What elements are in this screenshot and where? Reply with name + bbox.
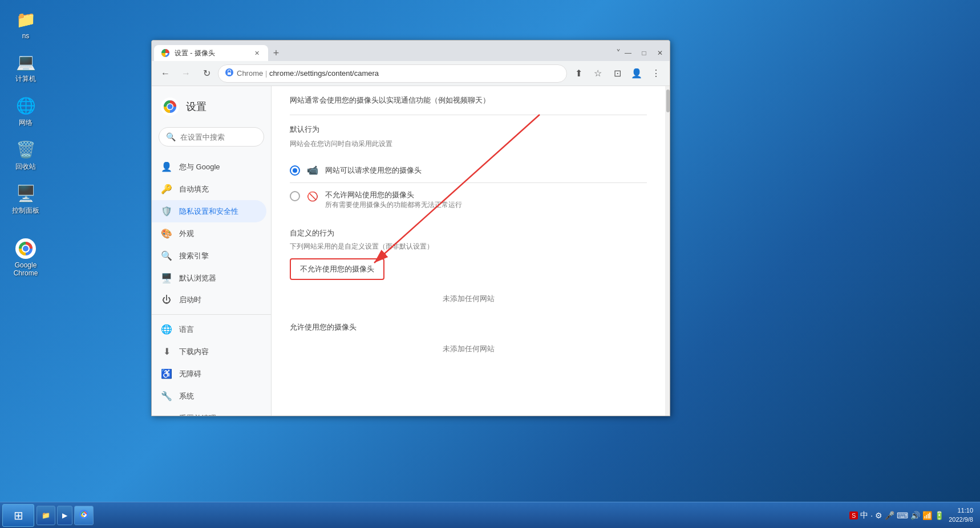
ns-label: ns (22, 32, 30, 40)
back-button[interactable]: ← (156, 64, 175, 83)
sidebar-item-autofill[interactable]: 🔑 自动填充 (152, 178, 266, 200)
settings-search-input[interactable] (180, 133, 272, 141)
sidebar-item-google[interactable]: 👤 您与 Google (152, 156, 266, 178)
sidebar-item-search[interactable]: 🔍 搜索引擎 (152, 245, 266, 267)
desktop: 📁 ns 💻 计算机 🌐 网络 🗑️ 回收站 🖥️ 控制面板 (0, 0, 980, 528)
recycle-icon: 🗑️ (14, 138, 37, 161)
address-bar[interactable]: Chrome | chrome://settings/content/camer… (218, 64, 567, 83)
settings-search-bar[interactable]: 🔍 (159, 127, 264, 147)
sidebar-label-accessibility: 无障碍 (179, 369, 201, 379)
language-icon: 🌐 (161, 324, 172, 335)
google-account-icon: 👤 (161, 161, 172, 172)
taskbar-item-media[interactable]: ▶ (57, 506, 72, 525)
chrome-tab[interactable]: 设置 - 摄像头 ✕ (154, 45, 268, 61)
sidebar-item-accessibility[interactable]: ♿ 无障碍 (152, 363, 266, 385)
tab-dropdown-button[interactable]: ˅ (616, 48, 621, 61)
default-behavior-title: 默认行为 (290, 124, 647, 135)
accessibility-icon: ♿ (161, 368, 172, 379)
sidebar-divider-1 (152, 314, 271, 315)
sidebar-item-downloads[interactable]: ⬇ 下载内容 (152, 340, 266, 363)
svg-point-3 (23, 246, 29, 251)
media-taskbar-icon: ▶ (62, 511, 67, 519)
taskbar-clock: 11:10 2022/9/8 (949, 506, 973, 524)
desktop-icon-recycle[interactable]: 🗑️ 回收站 (6, 136, 46, 174)
blocked-no-sites-text: 未添加任何网站 (290, 287, 647, 311)
taskbar-items: 📁 ▶ (37, 506, 845, 525)
right-scrollbar[interactable] (665, 86, 670, 416)
new-tab-button[interactable]: + (268, 45, 284, 61)
autofill-icon: 🔑 (161, 184, 172, 194)
settings-container: 设置 🔍 👤 您与 Google 🔑 自动填充 🛡️ (152, 86, 670, 416)
start-button[interactable]: ⊞ (2, 504, 34, 527)
taskbar-item-chrome[interactable] (74, 506, 94, 525)
sidebar-item-language[interactable]: 🌐 语言 (152, 318, 266, 340)
mic-tray-icon: 🎤 (885, 511, 894, 520)
forward-button[interactable]: → (177, 64, 195, 83)
control-panel-label: 控制面板 (12, 206, 39, 216)
sidebar-item-reset[interactable]: ↩ 重置并清理 (152, 407, 266, 416)
taskbar-tray: S 中 · ⚙ 🎤 ⌨ 🔊 📶 🔋 11:10 2022/9/8 (845, 506, 978, 524)
sidebar-item-browser[interactable]: 🖥️ 默认浏览器 (152, 267, 266, 289)
desktop-icon-chrome[interactable]: GoogleChrome (6, 235, 46, 279)
sidebar-label-search: 搜索引擎 (179, 251, 209, 261)
tab-view-button[interactable]: ⊡ (608, 64, 626, 83)
desktop-icon-control-panel[interactable]: 🖥️ 控制面板 (6, 180, 46, 218)
account-button[interactable]: 👤 (627, 64, 646, 83)
main-content-area: 网站通常会使用您的摄像头以实现通信功能（例如视频聊天） 默认行为 网站会在您访问… (272, 86, 665, 416)
network-icon: 🌐 (14, 94, 37, 117)
sidebar-item-privacy[interactable]: 🛡️ 隐私设置和安全性 (152, 200, 266, 222)
camera-description: 网站通常会使用您的摄像头以实现通信功能（例如视频聊天） (290, 95, 647, 115)
default-browser-icon: 🖥️ (161, 273, 172, 283)
sidebar-label-language: 语言 (179, 324, 194, 335)
sidebar-label-google: 您与 Google (179, 162, 220, 172)
computer-icon: 💻 (14, 50, 37, 73)
sidebar-label-browser: 默认浏览器 (179, 273, 216, 283)
svg-point-16 (83, 513, 85, 515)
block-radio-circle[interactable] (290, 191, 300, 201)
allow-section-title: 允许使用您的摄像头 (290, 322, 647, 332)
desktop-icon-ns[interactable]: 📁 ns (6, 6, 46, 42)
appearance-icon: 🎨 (161, 228, 172, 239)
downloads-icon: ⬇ (161, 346, 172, 357)
sidebar-item-startup[interactable]: ⏻ 启动时 (152, 289, 266, 311)
sidebar-label-system: 系统 (179, 391, 194, 401)
taskbar-item-explorer[interactable]: 📁 (37, 506, 55, 525)
minimize-button[interactable]: — (621, 47, 635, 59)
tab-close-button[interactable]: ✕ (252, 48, 261, 58)
startup-icon: ⏻ (161, 295, 172, 305)
sidebar-label-downloads: 下载内容 (179, 347, 209, 357)
sidebar-label-autofill: 自动填充 (179, 184, 209, 194)
sidebar-item-appearance[interactable]: 🎨 外观 (152, 222, 266, 245)
reload-button[interactable]: ↻ (197, 64, 216, 83)
chrome-logo (161, 98, 179, 116)
bookmark-button[interactable]: ☆ (589, 64, 607, 83)
sougou-tray-icon: S (849, 511, 858, 519)
desktop-icon-network[interactable]: 🌐 网络 (6, 92, 46, 130)
settings-header: 设置 (152, 91, 271, 123)
navigation-bar: ← → ↻ Chrome | chrome://settings/content… (152, 61, 670, 86)
block-camera-label: 不允许网站使用您的摄像头 (325, 190, 462, 200)
share-button[interactable]: ⬆ (569, 64, 588, 83)
desktop-icon-computer[interactable]: 💻 计算机 (6, 48, 46, 86)
allow-camera-radio-item[interactable]: 📹 网站可以请求使用您的摄像头 (290, 158, 647, 183)
menu-button[interactable]: ⋮ (647, 64, 665, 83)
ns-icon: 📁 (14, 8, 37, 31)
allow-radio-circle[interactable] (290, 165, 300, 176)
maximize-button[interactable]: □ (637, 47, 651, 59)
dot-icon: · (870, 511, 873, 520)
system-icon: 🔧 (161, 391, 172, 401)
chrome-taskbar-icon (79, 510, 88, 521)
sidebar-label-startup: 启动时 (179, 295, 201, 305)
sidebar-item-system[interactable]: 🔧 系统 (152, 385, 266, 407)
address-lock-icon (225, 68, 233, 78)
chrome-window: 设置 - 摄像头 ✕ + ˅ — □ ✕ ← → ↻ C (151, 40, 670, 416)
custom-behavior-sub: 下列网站采用的是自定义设置（而非默认设置） (290, 242, 647, 251)
blocked-camera-button[interactable]: 不允许使用您的摄像头 (290, 258, 384, 280)
settings-sidebar: 设置 🔍 👤 您与 Google 🔑 自动填充 🛡️ (152, 86, 272, 416)
close-button[interactable]: ✕ (653, 47, 667, 59)
control-panel-icon: 🖥️ (14, 182, 37, 205)
block-camera-radio-item[interactable]: 🚫 不允许网站使用您的摄像头 所有需要使用摄像头的功能都将无法正常运行 (290, 183, 647, 217)
recycle-label: 回收站 (15, 162, 36, 172)
svg-point-10 (168, 104, 173, 109)
custom-behavior-title: 自定义的行为 (290, 228, 647, 238)
